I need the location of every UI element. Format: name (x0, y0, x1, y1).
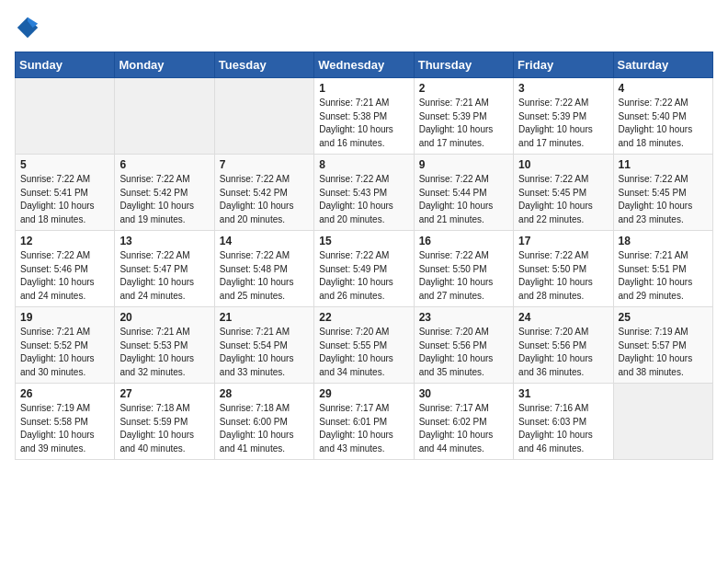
day-info: Sunrise: 7:22 AMSunset: 5:42 PMDaylight:… (220, 173, 309, 226)
day-number: 29 (319, 387, 408, 400)
day-info: Sunrise: 7:20 AMSunset: 5:56 PMDaylight:… (518, 326, 608, 379)
day-info: Sunrise: 7:22 AMSunset: 5:41 PMDaylight:… (20, 173, 109, 226)
calendar-cell: 31Sunrise: 7:16 AMSunset: 6:03 PMDayligh… (514, 384, 613, 460)
calendar-cell: 22Sunrise: 7:20 AMSunset: 5:55 PMDayligh… (314, 307, 414, 384)
day-info: Sunrise: 7:22 AMSunset: 5:49 PMDaylight:… (319, 249, 408, 303)
day-info: Sunrise: 7:22 AMSunset: 5:39 PMDaylight:… (518, 97, 608, 150)
day-info: Sunrise: 7:22 AMSunset: 5:48 PMDaylight:… (220, 249, 309, 303)
day-info: Sunrise: 7:18 AMSunset: 5:59 PMDaylight:… (119, 402, 209, 455)
day-number: 1 (319, 82, 408, 95)
day-info: Sunrise: 7:22 AMSunset: 5:45 PMDaylight:… (619, 173, 708, 226)
calendar-cell: 27Sunrise: 7:18 AMSunset: 5:59 PMDayligh… (115, 384, 214, 460)
day-number: 6 (119, 158, 209, 171)
day-info: Sunrise: 7:22 AMSunset: 5:50 PMDaylight:… (518, 249, 608, 303)
day-number: 21 (220, 311, 309, 324)
calendar-cell: 30Sunrise: 7:17 AMSunset: 6:02 PMDayligh… (414, 384, 513, 460)
day-number: 22 (319, 311, 408, 324)
column-header-monday: Monday (115, 52, 214, 78)
day-number: 3 (518, 82, 608, 95)
day-info: Sunrise: 7:22 AMSunset: 5:43 PMDaylight:… (319, 173, 408, 226)
calendar-cell: 25Sunrise: 7:19 AMSunset: 5:57 PMDayligh… (613, 307, 712, 384)
day-number: 15 (319, 235, 408, 247)
day-number: 31 (518, 387, 608, 400)
calendar-header-row: SundayMondayTuesdayWednesdayThursdayFrid… (16, 52, 713, 78)
day-info: Sunrise: 7:21 AMSunset: 5:54 PMDaylight:… (220, 326, 309, 379)
day-info: Sunrise: 7:17 AMSunset: 6:02 PMDaylight:… (419, 402, 508, 455)
day-number: 17 (518, 235, 608, 247)
week-row-4: 19Sunrise: 7:21 AMSunset: 5:52 PMDayligh… (16, 307, 713, 384)
calendar-cell: 20Sunrise: 7:21 AMSunset: 5:53 PMDayligh… (115, 307, 214, 384)
column-header-sunday: Sunday (16, 52, 115, 78)
day-number: 16 (419, 235, 508, 247)
page-header (15, 15, 713, 40)
column-header-saturday: Saturday (613, 52, 712, 78)
logo-icon (15, 15, 40, 40)
calendar-cell: 13Sunrise: 7:22 AMSunset: 5:47 PMDayligh… (115, 231, 214, 307)
day-number: 9 (419, 158, 508, 171)
column-header-tuesday: Tuesday (214, 52, 313, 78)
day-number: 8 (319, 158, 408, 171)
day-number: 18 (619, 235, 708, 247)
calendar-cell (115, 78, 214, 155)
calendar-cell (16, 78, 115, 155)
calendar-cell: 11Sunrise: 7:22 AMSunset: 5:45 PMDayligh… (613, 155, 712, 231)
day-number: 23 (419, 311, 508, 324)
day-number: 5 (20, 158, 109, 171)
calendar-cell (613, 384, 712, 460)
day-info: Sunrise: 7:22 AMSunset: 5:45 PMDaylight:… (518, 173, 608, 226)
day-info: Sunrise: 7:21 AMSunset: 5:52 PMDaylight:… (20, 326, 109, 379)
day-info: Sunrise: 7:21 AMSunset: 5:53 PMDaylight:… (119, 326, 209, 379)
calendar-cell: 7Sunrise: 7:22 AMSunset: 5:42 PMDaylight… (214, 155, 313, 231)
calendar-cell: 3Sunrise: 7:22 AMSunset: 5:39 PMDaylight… (514, 78, 613, 155)
day-number: 25 (619, 311, 708, 324)
calendar-cell: 28Sunrise: 7:18 AMSunset: 6:00 PMDayligh… (214, 384, 313, 460)
calendar-cell: 24Sunrise: 7:20 AMSunset: 5:56 PMDayligh… (514, 307, 613, 384)
day-number: 2 (419, 82, 508, 95)
day-info: Sunrise: 7:22 AMSunset: 5:46 PMDaylight:… (20, 249, 109, 303)
calendar-cell (214, 78, 313, 155)
day-number: 7 (220, 158, 309, 171)
calendar-cell: 6Sunrise: 7:22 AMSunset: 5:42 PMDaylight… (115, 155, 214, 231)
day-number: 12 (20, 235, 109, 247)
day-number: 30 (419, 387, 508, 400)
day-info: Sunrise: 7:16 AMSunset: 6:03 PMDaylight:… (518, 402, 608, 455)
calendar-cell: 19Sunrise: 7:21 AMSunset: 5:52 PMDayligh… (16, 307, 115, 384)
day-number: 14 (220, 235, 309, 247)
day-info: Sunrise: 7:19 AMSunset: 5:58 PMDaylight:… (20, 402, 109, 455)
day-info: Sunrise: 7:20 AMSunset: 5:56 PMDaylight:… (419, 326, 508, 379)
day-info: Sunrise: 7:19 AMSunset: 5:57 PMDaylight:… (619, 326, 708, 379)
calendar-cell: 12Sunrise: 7:22 AMSunset: 5:46 PMDayligh… (16, 231, 115, 307)
calendar-cell: 15Sunrise: 7:22 AMSunset: 5:49 PMDayligh… (314, 231, 414, 307)
day-number: 24 (518, 311, 608, 324)
day-number: 4 (619, 82, 708, 95)
calendar-cell: 2Sunrise: 7:21 AMSunset: 5:39 PMDaylight… (414, 78, 513, 155)
day-number: 26 (20, 387, 109, 400)
calendar-cell: 14Sunrise: 7:22 AMSunset: 5:48 PMDayligh… (214, 231, 313, 307)
calendar-cell: 16Sunrise: 7:22 AMSunset: 5:50 PMDayligh… (414, 231, 513, 307)
day-info: Sunrise: 7:22 AMSunset: 5:47 PMDaylight:… (119, 249, 209, 303)
calendar-cell: 8Sunrise: 7:22 AMSunset: 5:43 PMDaylight… (314, 155, 414, 231)
week-row-3: 12Sunrise: 7:22 AMSunset: 5:46 PMDayligh… (16, 231, 713, 307)
calendar-cell: 26Sunrise: 7:19 AMSunset: 5:58 PMDayligh… (16, 384, 115, 460)
day-info: Sunrise: 7:21 AMSunset: 5:39 PMDaylight:… (419, 97, 508, 150)
day-number: 11 (619, 158, 708, 171)
calendar-cell: 10Sunrise: 7:22 AMSunset: 5:45 PMDayligh… (514, 155, 613, 231)
day-number: 28 (220, 387, 309, 400)
week-row-5: 26Sunrise: 7:19 AMSunset: 5:58 PMDayligh… (16, 384, 713, 460)
calendar-cell: 17Sunrise: 7:22 AMSunset: 5:50 PMDayligh… (514, 231, 613, 307)
logo (15, 15, 44, 40)
calendar-cell: 29Sunrise: 7:17 AMSunset: 6:01 PMDayligh… (314, 384, 414, 460)
day-info: Sunrise: 7:22 AMSunset: 5:40 PMDaylight:… (619, 97, 708, 150)
day-info: Sunrise: 7:21 AMSunset: 5:51 PMDaylight:… (619, 249, 708, 303)
calendar-table: SundayMondayTuesdayWednesdayThursdayFrid… (15, 52, 713, 460)
day-info: Sunrise: 7:21 AMSunset: 5:38 PMDaylight:… (319, 97, 408, 150)
week-row-2: 5Sunrise: 7:22 AMSunset: 5:41 PMDaylight… (16, 155, 713, 231)
column-header-wednesday: Wednesday (314, 52, 414, 78)
day-info: Sunrise: 7:22 AMSunset: 5:42 PMDaylight:… (119, 173, 209, 226)
calendar-cell: 23Sunrise: 7:20 AMSunset: 5:56 PMDayligh… (414, 307, 513, 384)
day-info: Sunrise: 7:22 AMSunset: 5:50 PMDaylight:… (419, 249, 508, 303)
day-info: Sunrise: 7:22 AMSunset: 5:44 PMDaylight:… (419, 173, 508, 226)
calendar-cell: 1Sunrise: 7:21 AMSunset: 5:38 PMDaylight… (314, 78, 414, 155)
calendar-cell: 18Sunrise: 7:21 AMSunset: 5:51 PMDayligh… (613, 231, 712, 307)
day-info: Sunrise: 7:20 AMSunset: 5:55 PMDaylight:… (319, 326, 408, 379)
